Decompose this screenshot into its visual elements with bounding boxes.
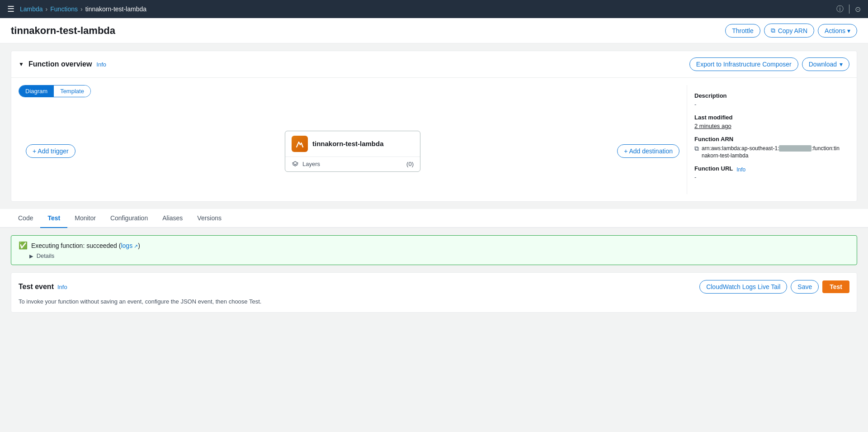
overview-title: Function overview [28,60,92,68]
page-title: tinnakorn-test-lambda [11,25,115,42]
test-event-description: To invoke your function without saving a… [19,298,849,305]
last-modified-link[interactable]: 2 minutes ago [694,123,731,129]
arn-copy-icon[interactable]: ⧉ [694,145,699,152]
tab-aliases[interactable]: Aliases [155,209,190,228]
page-header: tinnakorn-test-lambda Throttle ⧉ Copy AR… [0,18,868,43]
description-value: - [694,101,842,108]
success-banner: ✅ Executing function: succeeded (logs ↗)… [11,235,857,265]
throttle-button[interactable]: Throttle [725,24,760,38]
diagram-area: Diagram Template + Add trigger [19,85,687,194]
lambda-function-box: tinnakorn-test-lambda Layers [285,131,420,172]
chevron-down-icon-download: ▾ [840,61,843,68]
success-header: ✅ Executing function: succeeded (logs ↗) [19,241,849,250]
description-section: Description - [694,92,842,108]
function-arn-section: Function ARN ⧉ arn:aws:lambda:ap-southea… [694,136,842,159]
breadcrumb-current: tinnakorn-test-lambda [85,5,146,13]
last-modified-label: Last modified [694,114,842,121]
cloudwatch-logs-button[interactable]: CloudWatch Logs Live Tail [699,280,787,294]
collapse-icon[interactable]: ▼ [19,61,24,67]
view-toggle: Diagram Template [19,85,91,97]
arn-prefix: arn:aws:lambda:ap-southeast-1: [702,145,779,152]
breadcrumb-sep-2: › [80,5,83,13]
breadcrumb-lambda[interactable]: Lambda [20,5,43,13]
top-navigation: ☰ Lambda › Functions › tinnakorn-test-la… [0,0,868,18]
chevron-down-icon: ▾ [847,27,850,34]
settings-icon[interactable]: ⊙ [855,5,861,14]
layers-count: (0) [406,161,414,167]
success-message: Executing function: succeeded (logs ↗) [31,242,140,249]
description-label: Description [694,92,842,99]
add-destination-button[interactable]: + Add destination [617,144,679,158]
layers-icon [292,161,299,168]
export-composer-button[interactable]: Export to Infrastructure Composer [689,57,798,71]
breadcrumb-functions[interactable]: Functions [50,5,78,13]
copy-arn-button[interactable]: ⧉ Copy ARN [764,24,814,38]
nav-divider [849,5,849,14]
breadcrumb-sep-1: › [46,5,48,13]
copy-icon: ⧉ [771,27,775,34]
main-content: ▼ Function overview Info Export to Infra… [0,43,868,320]
breadcrumb: Lambda › Functions › tinnakorn-test-lamb… [20,5,146,13]
logs-link[interactable]: logs ↗ [121,242,138,249]
function-url-value: - [694,174,842,180]
overview-metadata-panel: Description - Last modified 2 minutes ag… [687,85,849,194]
template-toggle[interactable]: Template [54,85,90,97]
info-icon[interactable]: ⓘ [836,5,844,14]
last-modified-value: 2 minutes ago [694,123,842,129]
function-url-row: Function URL Info [694,165,842,174]
function-arn-label: Function ARN [694,136,842,142]
lambda-box-header: tinnakorn-test-lambda [285,131,420,157]
actions-button[interactable]: Actions ▾ [818,24,857,38]
layers-label: Layers [292,161,320,168]
test-event-title-row: Test event Info [19,283,67,291]
function-overview-header: ▼ Function overview Info Export to Infra… [11,51,857,78]
toggle-area: Diagram Template [19,85,687,97]
details-arrow-icon: ▶ [29,253,33,259]
diagram-toggle[interactable]: Diagram [19,85,54,97]
tabs-bar: Code Test Monitor Configuration Aliases … [0,209,868,228]
save-button[interactable]: Save [791,280,819,294]
overview-info-link[interactable]: Info [96,61,106,68]
function-url-info[interactable]: Info [736,166,745,173]
tab-code[interactable]: Code [11,209,40,228]
tab-versions[interactable]: Versions [190,209,229,228]
tab-monitor[interactable]: Monitor [67,209,103,228]
function-url-section: Function URL Info - [694,165,842,180]
spacer [11,228,857,235]
lambda-icon [292,136,308,152]
tab-configuration[interactable]: Configuration [103,209,155,228]
lambda-box-footer: Layers (0) [285,157,420,171]
overview-body: Diagram Template + Add trigger [11,78,857,201]
success-check-icon: ✅ [19,241,28,250]
last-modified-section: Last modified 2 minutes ago [694,114,842,129]
arn-row: ⧉ arn:aws:lambda:ap-southeast-1:xxxxxxxx… [694,144,842,159]
hamburger-icon[interactable]: ☰ [7,4,14,14]
add-trigger-button[interactable]: + Add trigger [26,144,75,158]
details-section[interactable]: ▶ Details [29,252,849,259]
arn-value: arn:aws:lambda:ap-southeast-1:xxxxxxxxxx… [702,144,842,159]
test-event-info[interactable]: Info [57,284,67,290]
download-button[interactable]: Download ▾ [802,57,849,71]
top-nav-icons: ⓘ ⊙ [836,5,861,14]
overview-header-right: Export to Infrastructure Composer Downlo… [689,57,849,71]
test-event-actions: CloudWatch Logs Live Tail Save Test [699,280,849,294]
tab-test[interactable]: Test [40,209,67,228]
test-event-header: Test event Info CloudWatch Logs Live Tai… [19,280,849,294]
test-button[interactable]: Test [822,280,849,293]
external-link-icon: ↗ [132,243,138,249]
lambda-function-name: tinnakorn-test-lambda [312,140,384,147]
diagram-canvas: + Add trigger tinnakorn-test-lambda [19,108,687,194]
test-event-card: Test event Info CloudWatch Logs Live Tai… [11,272,857,313]
test-event-title: Test event [19,283,54,291]
function-overview-card: ▼ Function overview Info Export to Infra… [11,51,857,202]
overview-header-left: ▼ Function overview Info [19,60,106,68]
function-url-label: Function URL [694,165,733,172]
header-actions: Throttle ⧉ Copy ARN Actions ▾ [725,24,857,43]
arn-blurred: xxxxxxxxxxxx [779,145,811,152]
